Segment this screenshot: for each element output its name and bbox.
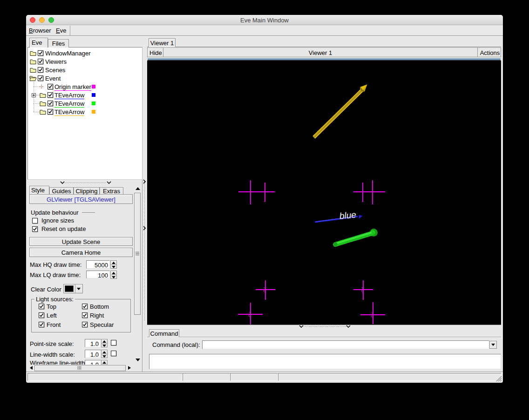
svg-text:blue: blue	[339, 210, 357, 221]
